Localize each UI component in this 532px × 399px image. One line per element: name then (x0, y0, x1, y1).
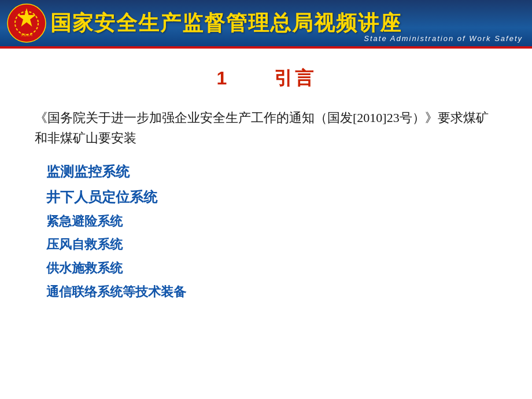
intro-paragraph: 《国务院关于进一步加强企业安全生产工作的通知（国发[2010]23号）》要求煤矿… (35, 108, 497, 148)
header-subtitle: State Administration of Work Safety (364, 34, 523, 43)
slide-container: 安监总局 国家安全生产监督管理总局视频讲座 State Administrati… (0, 0, 532, 399)
list-item: 通信联络系统等技术装备 (46, 283, 186, 301)
list-item: 供水施救系统 (46, 260, 186, 278)
list-items: 监测监控系统 井下人员定位系统 紧急避险系统 压风自救系统 供水施救系统 通信联… (46, 162, 186, 301)
logo-emblem: 安监总局 (5, 2, 48, 45)
main-content: 1 引言 《国务院关于进一步加强企业安全生产工作的通知（国发[2010]23号）… (0, 49, 532, 399)
header-title: 国家安全生产监督管理总局视频讲座 (50, 9, 402, 38)
section-title: 1 引言 (35, 66, 497, 91)
section-heading: 引言 (274, 68, 316, 88)
list-item: 监测监控系统 (46, 162, 186, 182)
header-bar: 安监总局 国家安全生产监督管理总局视频讲座 State Administrati… (0, 0, 532, 46)
svg-text:安监总局: 安监总局 (21, 33, 32, 36)
section-number: 1 (216, 68, 229, 88)
list-item: 压风自救系统 (46, 236, 186, 254)
list-item: 紧急避险系统 (46, 213, 186, 231)
list-item: 井下人员定位系统 (46, 187, 186, 207)
